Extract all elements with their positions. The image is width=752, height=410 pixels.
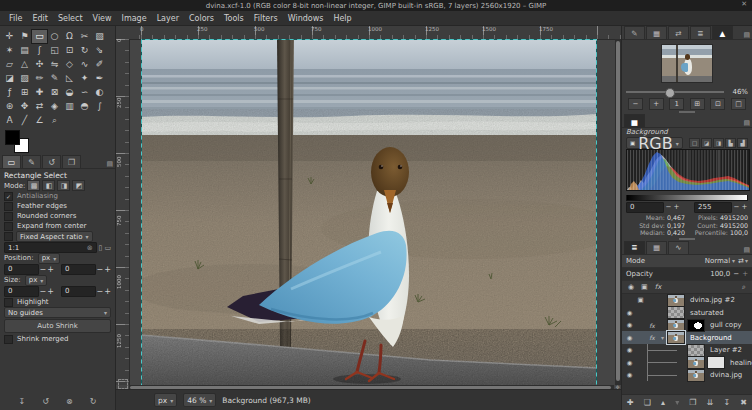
mode-replace-button[interactable]: ▩ bbox=[27, 180, 40, 191]
landscape-icon[interactable]: ▭ bbox=[104, 244, 111, 252]
tool-pencil-button[interactable]: ✏ bbox=[32, 72, 47, 85]
decrement-button[interactable]: − bbox=[665, 203, 672, 211]
decrement-button[interactable]: − bbox=[40, 265, 47, 274]
tool-threshold-button[interactable]: ◓ bbox=[77, 100, 92, 113]
tool-warp-button[interactable]: ∿ bbox=[77, 58, 92, 71]
fixed-aspect-dropdown[interactable]: Fixed Aspect ratio ▾ bbox=[16, 231, 93, 242]
zoom-in-button[interactable]: + bbox=[649, 98, 664, 110]
layer-name[interactable]: Background bbox=[690, 334, 732, 342]
tool-clone-button[interactable]: ⊞ bbox=[17, 86, 32, 99]
aspect-ratio-input[interactable]: 1:1 ⊗ bbox=[4, 242, 97, 253]
image-view[interactable] bbox=[141, 39, 597, 389]
tool-measure-button[interactable]: ╱ bbox=[17, 114, 32, 127]
tool-curves-button[interactable]: ∫ bbox=[92, 100, 107, 113]
tab-navigation[interactable]: ▲ bbox=[712, 26, 733, 39]
panel-menu-icon[interactable]: ▤ bbox=[743, 119, 750, 127]
expander-cell[interactable]: ▾ bbox=[658, 334, 667, 342]
panel-menu-icon[interactable]: ▤ bbox=[743, 31, 750, 39]
visibility-toggle[interactable]: ◉ bbox=[624, 371, 635, 379]
delete-layer-button[interactable]: ✖ bbox=[740, 398, 747, 407]
menu-item[interactable]: Edit bbox=[27, 13, 53, 24]
tab-patterns[interactable]: ▦ bbox=[646, 26, 667, 39]
increment-button[interactable]: + bbox=[104, 265, 111, 274]
tab-paths[interactable]: ∿ bbox=[668, 241, 689, 254]
tool-smudge-button[interactable]: ∽ bbox=[77, 86, 92, 99]
layer-row[interactable]: ◉ ▣ fx ▾ Layer #2 bbox=[622, 344, 752, 357]
menu-item[interactable]: Image bbox=[117, 13, 152, 24]
histogram-all-channels-button[interactable]: □ bbox=[689, 138, 700, 148]
increment-button[interactable]: + bbox=[741, 203, 748, 211]
tool-handle-transform-button[interactable]: ✣ bbox=[32, 58, 47, 71]
decrement-button[interactable]: − bbox=[97, 287, 104, 296]
mode-dropdown[interactable]: Normal ▾ bbox=[705, 257, 735, 265]
zoom-fit-button[interactable]: ⊞ bbox=[690, 98, 705, 110]
option-checkbox[interactable]: ✓ Expand from center bbox=[4, 221, 111, 231]
tool-flip-button[interactable]: ⇋ bbox=[47, 58, 62, 71]
tool-select-by-color-button[interactable]: ▤ bbox=[17, 44, 32, 57]
tool-rectangle-select-button[interactable]: ▭ bbox=[32, 30, 47, 43]
portrait-icon[interactable]: ▯ bbox=[99, 244, 103, 252]
channel-dropdown[interactable]: ▣ RGB ▾ bbox=[626, 137, 683, 149]
tool-bucket-fill-button[interactable]: ◪ bbox=[2, 72, 17, 85]
layer-name[interactable]: dvina.jpg bbox=[710, 371, 742, 379]
layer-thumbnail[interactable] bbox=[667, 306, 685, 319]
zoom-100-button[interactable]: 1 bbox=[669, 98, 684, 110]
mode-switch-icon[interactable]: ⇄ ▾ bbox=[738, 257, 748, 265]
tab-layers[interactable]: ≣ bbox=[624, 241, 645, 254]
mode-add-button[interactable]: ◧ bbox=[42, 180, 55, 191]
tool-perspective-clone-button[interactable]: ⊠ bbox=[47, 86, 62, 99]
tool-unified-transform-button[interactable]: ⊡ bbox=[62, 44, 77, 57]
search-icon[interactable]: ⌕ bbox=[742, 283, 746, 291]
merge-down-button[interactable]: ⇊ bbox=[707, 398, 714, 407]
tool-paintbrush-button[interactable]: ✎ bbox=[47, 72, 62, 85]
tool-free-select-button[interactable]: Ω bbox=[62, 30, 77, 43]
menu-item[interactable]: File bbox=[4, 13, 27, 24]
visibility-toggle[interactable]: ◉ bbox=[624, 296, 635, 304]
tool-color-picker-button[interactable]: ✐ bbox=[92, 58, 107, 71]
tool-ellipse-select-button[interactable]: ○ bbox=[47, 30, 62, 43]
highlight-checkbox[interactable]: ✓ Highlight bbox=[4, 297, 111, 307]
tool-mypaint-brush-button[interactable]: ƒ bbox=[2, 86, 17, 99]
tool-angle-button[interactable]: ∠ bbox=[32, 114, 47, 127]
navigation-thumbnail[interactable] bbox=[661, 44, 713, 83]
eye-icon[interactable]: ◉ bbox=[628, 283, 634, 291]
tool-posterize-button[interactable]: ▥ bbox=[62, 100, 77, 113]
menu-item[interactable]: Select bbox=[53, 13, 88, 24]
expander-cell[interactable]: ▾ bbox=[658, 296, 667, 304]
new-group-button[interactable]: ❏ bbox=[644, 398, 651, 407]
layer-row[interactable]: ◉ ▣ fx ▾ dvina.jpg #2 bbox=[622, 294, 752, 307]
log-histogram-button[interactable]: ▟ bbox=[737, 138, 748, 148]
menu-item[interactable]: Layer bbox=[152, 13, 184, 24]
foreground-color-swatch[interactable] bbox=[5, 130, 20, 145]
tool-cage-transform-button[interactable]: ◇ bbox=[62, 58, 77, 71]
panel-menu-icon[interactable]: ▤ bbox=[743, 246, 750, 254]
tab-images[interactable]: ❐ bbox=[62, 155, 81, 168]
tool-blur-sharpen-button[interactable]: ◒ bbox=[62, 86, 77, 99]
vertical-scrollbar[interactable] bbox=[615, 39, 621, 385]
reset-tool-button[interactable]: ↻ bbox=[90, 397, 97, 406]
increment-button[interactable]: + bbox=[104, 287, 111, 296]
tool-seamless-clone-button[interactable]: ⊛ bbox=[2, 100, 17, 113]
anchor-layer-button[interactable]: ↧ bbox=[723, 398, 730, 407]
expander-cell[interactable]: ▾ bbox=[658, 309, 667, 317]
histogram-pencil-button[interactable]: ◪ bbox=[701, 138, 712, 148]
increment-button[interactable]: + bbox=[47, 265, 54, 274]
layer-name[interactable]: saturated bbox=[690, 309, 724, 317]
shrink-wrap-button[interactable]: □ bbox=[731, 98, 746, 110]
tool-zoom-button[interactable]: ⌕ bbox=[47, 114, 62, 127]
size-y-input[interactable]: 0 bbox=[61, 286, 96, 297]
menu-item[interactable]: Help bbox=[328, 13, 356, 24]
visibility-toggle[interactable]: ◉ bbox=[624, 334, 635, 342]
decrement-button[interactable]: − bbox=[40, 287, 47, 296]
tool-paths-button[interactable]: ʃ bbox=[32, 44, 47, 57]
decrement-button[interactable]: − bbox=[97, 265, 104, 274]
layer-mask-thumbnail[interactable] bbox=[687, 319, 705, 332]
canvas-area[interactable]: 02505007501000125015001750 0250500750100… bbox=[116, 26, 621, 410]
zoom-dropdown[interactable]: 46 % ▾ bbox=[183, 393, 216, 407]
save-preset-button[interactable]: ↧ bbox=[19, 397, 26, 406]
new-layer-button[interactable]: ✚ bbox=[627, 398, 634, 407]
visibility-toggle[interactable]: ◉ bbox=[624, 346, 635, 354]
tab-histogram[interactable]: ▅ bbox=[624, 114, 645, 127]
increment-button[interactable]: + bbox=[742, 270, 748, 278]
tab-tool-options[interactable]: ▭ bbox=[2, 155, 21, 168]
